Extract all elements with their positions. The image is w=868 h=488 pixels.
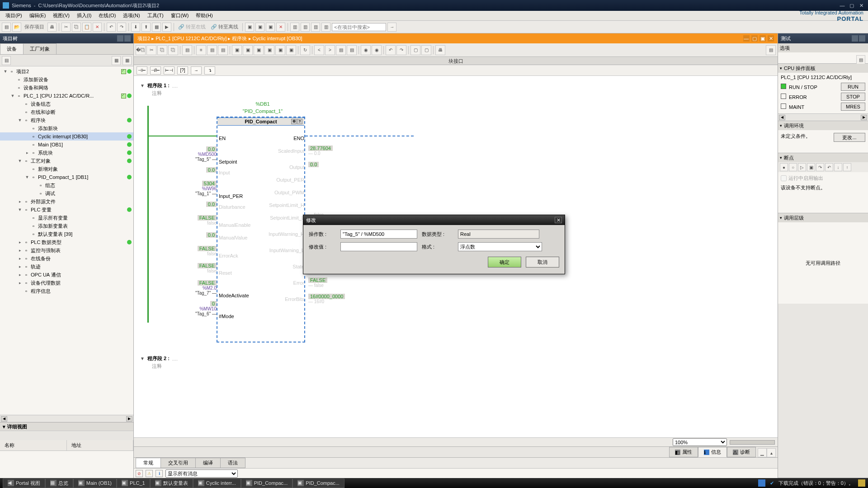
net1-comment[interactable]: 注释 xyxy=(152,90,771,97)
tb-icon-2[interactable]: ▣ xyxy=(255,23,264,32)
menu-tools[interactable]: 工具(T) xyxy=(144,11,167,20)
et-1[interactable]: �⿻ xyxy=(136,45,146,55)
msg-info-icon[interactable]: ℹ xyxy=(156,470,163,477)
btab-max[interactable]: ▴ xyxy=(767,448,776,457)
et-19[interactable]: ▤ xyxy=(347,45,357,55)
fav-1[interactable]: ⊣⊢ xyxy=(137,66,147,75)
tree-item[interactable]: ▫Cyclic interrupt [OB30] xyxy=(0,132,133,141)
cancel-button[interactable]: 取消 xyxy=(526,257,559,267)
copy-icon[interactable]: ⿻ xyxy=(72,23,81,32)
tree-item[interactable]: ▫Main [OB1] xyxy=(0,141,133,149)
menu-project[interactable]: 项目(P) xyxy=(2,11,26,20)
go-online-button[interactable]: 🔗 转至在线 xyxy=(176,23,208,30)
test-pin-icon[interactable] xyxy=(852,35,858,42)
bp-6[interactable]: ↶ xyxy=(825,163,833,171)
tree-tb-2[interactable]: ▦ xyxy=(112,56,121,65)
minimize-button[interactable]: — xyxy=(838,3,846,8)
tree-item[interactable]: ▫默认变量表 [39] xyxy=(0,230,133,238)
fav-3[interactable]: ⊢⊣ xyxy=(164,66,175,75)
bp-2[interactable]: ○ xyxy=(789,163,797,171)
tree-item[interactable]: ▸▫轨迹 xyxy=(0,263,133,271)
maximize-button[interactable]: ▢ xyxy=(848,3,856,9)
print-icon[interactable]: 🖶 xyxy=(47,23,57,32)
msg-filter-select[interactable]: 显示所有消息 xyxy=(165,469,238,478)
simulate-icon[interactable]: ▶ xyxy=(162,23,171,32)
stab-main[interactable]: ▣Main (OB1) xyxy=(73,479,117,488)
ed-float-icon[interactable]: ▣ xyxy=(760,35,766,42)
stab-cyclic[interactable]: ▣Cyclic interr... xyxy=(193,479,241,488)
run-button[interactable]: RUN xyxy=(841,83,865,91)
stop-button[interactable]: STOP xyxy=(841,93,865,101)
tree-item[interactable]: ▫调试 xyxy=(0,189,133,197)
ed-max-icon[interactable]: ▢ xyxy=(751,35,758,42)
et-14[interactable]: ▣ xyxy=(286,45,296,55)
portal-view-button[interactable]: ◀Portal 视图 xyxy=(3,479,45,488)
tree-item[interactable]: ▫程序信息 xyxy=(0,287,133,295)
menu-insert[interactable]: 插入(I) xyxy=(73,11,95,20)
tree-item[interactable]: ▫添加新变量表 xyxy=(0,222,133,230)
et-20[interactable]: ◉ xyxy=(361,45,371,55)
et-5[interactable]: ▤ xyxy=(182,45,192,55)
net1-collapse-icon[interactable]: ▼ xyxy=(140,83,145,88)
dialog-close-icon[interactable]: ✕ xyxy=(555,217,562,223)
tree-item[interactable]: ▸▫系统块 xyxy=(0,149,133,157)
ed-min-icon[interactable]: — xyxy=(743,35,750,42)
tree-item[interactable]: ▸▫外部源文件 xyxy=(0,197,133,206)
itab-compile[interactable]: 编译 xyxy=(195,458,221,468)
operand-field[interactable] xyxy=(340,230,417,239)
collapse-icon[interactable] xyxy=(124,35,131,42)
change-button[interactable]: 更改... xyxy=(834,133,865,142)
et-4[interactable]: ⿻ xyxy=(168,45,178,55)
tb-icon-8[interactable]: ▥ xyxy=(321,23,330,32)
stab-vartable[interactable]: ▣默认变量表 xyxy=(150,479,193,488)
test-col-icon[interactable] xyxy=(859,35,865,42)
new-icon[interactable]: ▤ xyxy=(2,23,11,32)
tb-icon-3[interactable]: ▣ xyxy=(266,23,275,32)
open-icon[interactable]: 📂 xyxy=(12,23,21,32)
menu-options[interactable]: 选项(N) xyxy=(119,11,143,20)
tree-item[interactable]: ▼▫PLC 变量 xyxy=(0,206,133,214)
tree-item[interactable]: ▫设备和网络 xyxy=(0,84,133,92)
tab-plant[interactable]: 工厂对象 xyxy=(23,43,57,54)
tree-item[interactable]: ▸▫在线备份 xyxy=(0,254,133,263)
undo-icon[interactable]: ↶ xyxy=(107,23,116,32)
ok-button[interactable]: 确定 xyxy=(488,257,521,267)
menu-view[interactable]: 视图(V) xyxy=(49,11,73,20)
tree-item[interactable]: ▸▫设备代理数据 xyxy=(0,279,133,287)
itab-general[interactable]: 常规 xyxy=(136,458,161,468)
et-16[interactable]: < xyxy=(314,45,324,55)
fav-4[interactable]: [?] xyxy=(177,66,188,75)
et-3[interactable]: ⿻ xyxy=(157,45,167,55)
net2-collapse-icon[interactable]: ▼ xyxy=(140,356,145,361)
tree-item[interactable]: ▼▫项目2 xyxy=(0,67,133,75)
mres-button[interactable]: MRES xyxy=(841,103,865,111)
et-17[interactable]: > xyxy=(325,45,335,55)
cut-icon[interactable]: ✂ xyxy=(61,23,71,32)
tree-item[interactable]: ▫组态 xyxy=(0,181,133,189)
et-23[interactable]: ↷ xyxy=(396,45,406,55)
tree-item[interactable]: ▸▫OPC UA 通信 xyxy=(0,271,133,279)
et-12[interactable]: ▣ xyxy=(264,45,274,55)
tb-icon-4[interactable]: ✕ xyxy=(276,23,285,32)
block-interface-bar[interactable]: 块接口 xyxy=(134,57,778,65)
menu-help[interactable]: 帮助(H) xyxy=(192,11,216,20)
tree-tb-1[interactable]: ▤ xyxy=(2,56,11,65)
et-22[interactable]: ↶ xyxy=(386,45,396,55)
stab-pid2[interactable]: ▣PID_Compac... xyxy=(292,479,344,488)
tab-diagnostics[interactable]: ⚠诊断 xyxy=(727,447,756,457)
close-button[interactable]: ✕ xyxy=(857,3,865,9)
overview-button[interactable]: ▦总览 xyxy=(45,479,73,488)
detail-view-header[interactable]: ▾详细视图 xyxy=(0,422,133,431)
search-input[interactable] xyxy=(332,23,386,31)
opt-icon[interactable]: ▤ xyxy=(856,55,865,64)
redo-icon[interactable]: ↷ xyxy=(117,23,126,32)
fav-2[interactable]: ⊣/⊢ xyxy=(150,66,161,75)
scroll-right-icon[interactable]: ▶ xyxy=(126,416,132,422)
et-18[interactable]: ▤ xyxy=(336,45,346,55)
msg-warn-icon[interactable]: ⚠ xyxy=(146,470,153,477)
et-11[interactable]: ▣ xyxy=(254,45,264,55)
tb-icon-7[interactable]: ▥ xyxy=(311,23,320,32)
tree-item[interactable]: ▫新增对象 xyxy=(0,165,133,173)
et-13[interactable]: ▣ xyxy=(275,45,285,55)
itab-xref[interactable]: 交叉引用 xyxy=(160,458,196,468)
